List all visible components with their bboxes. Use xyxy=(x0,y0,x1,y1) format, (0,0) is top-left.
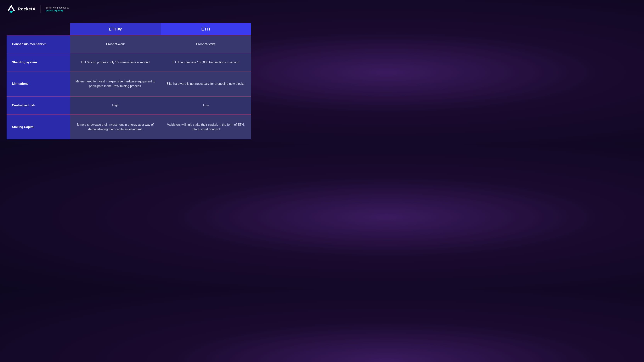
table-row: Consensus mechanismProof-of-workProof-of… xyxy=(6,35,251,53)
row-eth-0: Proof-of-stake xyxy=(161,35,251,53)
header-ethw: ETHW xyxy=(70,23,160,35)
row-eth-4: Validators willingly stake their capital… xyxy=(161,114,251,139)
row-ethw-3: High xyxy=(70,96,160,114)
logo-icon xyxy=(7,4,16,14)
row-ethw-1: ETHW can process only 15 transactions a … xyxy=(70,53,160,71)
table-header-row: ETHW ETH xyxy=(6,23,251,35)
comparison-table-container: ETHW ETH Consensus mechanismProof-of-wor… xyxy=(6,23,251,139)
row-eth-3: Low xyxy=(161,96,251,114)
table-row: Staking CapitalMiners showcase their inv… xyxy=(6,114,251,139)
row-ethw-0: Proof-of-work xyxy=(70,35,160,53)
row-ethw-2: Miners need to invest in expensive hardw… xyxy=(70,71,160,96)
logo-tagline-1: Simplifying access to xyxy=(46,6,69,9)
comparison-table: ETHW ETH Consensus mechanismProof-of-wor… xyxy=(6,23,251,139)
row-label-4: Staking Capital xyxy=(6,114,70,139)
table-row: LimitationsMiners need to invest in expe… xyxy=(6,71,251,96)
row-label-0: Consensus mechanism xyxy=(6,35,70,53)
row-label-1: Sharding system xyxy=(6,53,70,71)
header-eth: ETH xyxy=(161,23,251,35)
logo-area: RocketX Simplifying access to global liq… xyxy=(7,4,69,14)
logo-brand: RocketX xyxy=(18,6,36,11)
row-ethw-4: Miners showcase their investment in ener… xyxy=(70,114,160,139)
table-row: Centralized riskHighLow xyxy=(6,96,251,114)
row-eth-1: ETH can process 100,000 transactions a s… xyxy=(161,53,251,71)
brand-row: RocketX xyxy=(18,6,36,11)
logo-tagline-2: global liquidity xyxy=(46,9,69,12)
row-eth-2: Elite hardware is not necessary for prop… xyxy=(161,71,251,96)
row-label-2: Limitations xyxy=(6,71,70,96)
logo-divider xyxy=(40,5,41,13)
row-label-3: Centralized risk xyxy=(6,96,70,114)
logo-tagline-area: Simplifying access to global liquidity xyxy=(46,6,69,12)
table-row: Sharding systemETHW can process only 15 … xyxy=(6,53,251,71)
header-empty-cell xyxy=(6,23,70,35)
